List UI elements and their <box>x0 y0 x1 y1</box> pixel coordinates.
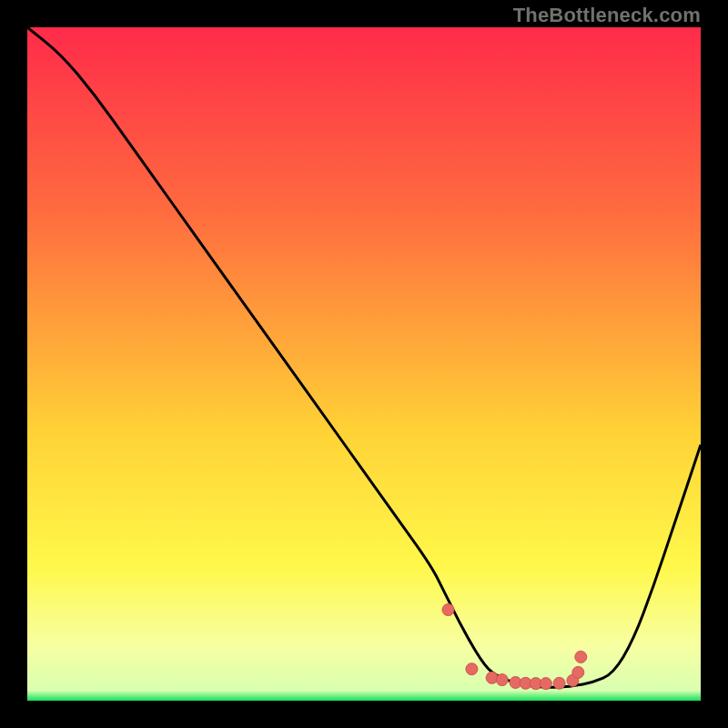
marker-dot <box>496 674 508 686</box>
marker-dot <box>575 651 587 662</box>
marker-dot <box>466 663 478 675</box>
chart-svg <box>27 27 701 701</box>
chart-frame <box>27 27 701 701</box>
marker-dot <box>442 604 454 616</box>
bottleneck-curve <box>27 27 701 687</box>
marker-dot <box>572 666 584 678</box>
marker-dot <box>553 677 565 689</box>
marker-dot <box>540 678 551 690</box>
watermark-text: TheBottleneck.com <box>513 4 701 27</box>
highlight-markers <box>442 604 587 690</box>
